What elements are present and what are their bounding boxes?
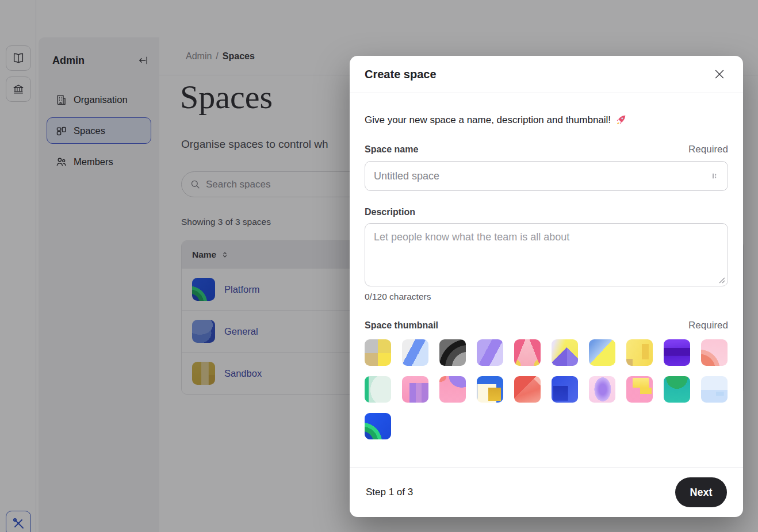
modal-header: Create space: [350, 56, 743, 93]
space-name-label: Space name: [365, 144, 418, 155]
app-window: Admin Organisation: [0, 0, 758, 532]
create-space-modal: Create space Give your new space a name,…: [350, 56, 743, 517]
close-icon: [713, 68, 726, 81]
rocket-emoji-icon: [615, 114, 627, 126]
randomize-bars-icon[interactable]: [709, 171, 719, 181]
space-thumbnail-required-badge: Required: [688, 320, 728, 331]
thumbnail-option[interactable]: [365, 376, 391, 403]
description-label: Description: [365, 207, 728, 217]
thumbnail-option[interactable]: [477, 376, 503, 403]
thumbnail-option[interactable]: [402, 339, 428, 366]
thumbnail-option[interactable]: [701, 376, 728, 403]
close-button[interactable]: [711, 66, 728, 83]
thumbnail-option[interactable]: [439, 376, 466, 403]
thumbnail-option[interactable]: [664, 376, 690, 403]
thumbnail-option[interactable]: [552, 339, 578, 366]
modal-body: Give your new space a name, description …: [350, 114, 743, 439]
character-counter: 0/120 characters: [365, 292, 728, 302]
space-name-field: [365, 161, 728, 191]
description-textarea[interactable]: [365, 223, 728, 286]
thumbnail-option[interactable]: [626, 376, 653, 403]
thumbnail-option[interactable]: [589, 376, 615, 403]
modal-footer: Step 1 of 3 Next: [350, 467, 743, 517]
thumbnail-option[interactable]: [701, 339, 728, 366]
thumbnail-option[interactable]: [514, 376, 541, 403]
modal-intro: Give your new space a name, description …: [365, 114, 728, 126]
space-name-input[interactable]: [374, 170, 705, 182]
thumbnail-option[interactable]: [626, 339, 653, 366]
step-indicator: Step 1 of 3: [366, 487, 413, 498]
thumbnail-grid: [365, 339, 728, 439]
thumbnail-option[interactable]: [477, 339, 503, 366]
thumbnail-option[interactable]: [365, 413, 391, 439]
thumbnail-option[interactable]: [589, 339, 615, 366]
thumbnail-option[interactable]: [552, 376, 578, 403]
description-field: [365, 223, 728, 286]
space-thumbnail-label: Space thumbnail: [365, 320, 438, 331]
thumbnail-option[interactable]: [402, 376, 428, 403]
space-thumbnail-label-row: Space thumbnail Required: [365, 320, 728, 331]
thumbnail-option[interactable]: [439, 339, 466, 366]
space-name-required-badge: Required: [688, 144, 728, 155]
modal-title: Create space: [365, 68, 437, 81]
thumbnail-option[interactable]: [514, 339, 541, 366]
next-button[interactable]: Next: [675, 477, 727, 507]
thumbnail-option[interactable]: [365, 339, 391, 366]
space-name-label-row: Space name Required: [365, 144, 728, 155]
thumbnail-option[interactable]: [664, 339, 690, 366]
resize-handle-icon[interactable]: [719, 277, 725, 284]
